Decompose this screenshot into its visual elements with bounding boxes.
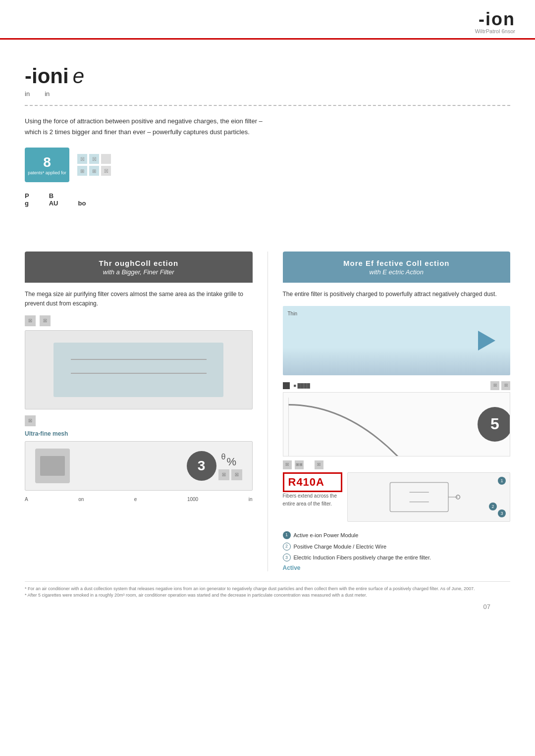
filter-icon-2: ☒ <box>40 315 51 326</box>
circuit-svg <box>348 473 510 521</box>
graph-icon-5: ☒ <box>315 460 323 469</box>
stat-item-1: Pg <box>25 192 29 207</box>
graph-icon-4: ⊞⊞ <box>295 460 304 469</box>
arrow-icon <box>478 331 495 351</box>
right-header-top: More Ef fective Coll ection <box>288 258 506 268</box>
nl-text-2: Positive Charge Module / Electric Wire <box>294 542 387 552</box>
nl-num-2: 2 <box>283 543 291 551</box>
stat-val-2: BAU <box>49 192 58 207</box>
r410a-area: R410A Fibers extend across the entire ar… <box>283 472 511 526</box>
patents-number: 8 <box>43 154 51 170</box>
left-section-desc: The mega size air purifying filter cover… <box>25 290 253 308</box>
left-section-header: Thr oughColl ection with a Bigger, Finer… <box>25 252 253 283</box>
filter-icons-row: ☒ ☒ <box>25 315 253 326</box>
header-title: -ion <box>479 9 515 30</box>
left-column: Thr oughColl ection with a Bigger, Finer… <box>25 252 253 571</box>
graph-icon-3: ☒ <box>283 460 292 469</box>
active-label: Active <box>283 564 301 571</box>
stat-item-2: BAU <box>49 192 58 207</box>
graph-icons-row: ☒ ⊞⊞ ☒ <box>283 460 511 469</box>
left-header-top: Thr oughColl ection <box>30 258 248 268</box>
outdoor-illustration: 3 θ % ☒ ☒ <box>25 441 253 491</box>
numbered-list: 1 Active e-ion Power Module 2 Positive C… <box>283 531 511 562</box>
patent-icon-3 <box>101 154 111 164</box>
stat-val-1: Pg <box>25 192 29 207</box>
percent-icon-2: ☒ <box>231 469 242 480</box>
patent-icon-5: ⊞ <box>89 166 99 176</box>
patents-label: patents* applied for <box>28 170 66 176</box>
brand-sub2: in <box>45 90 50 98</box>
circuit-area: 1 2 3 <box>347 472 511 526</box>
graph-icon-1: ☒ <box>490 381 499 390</box>
patent-icon-1: ☒ <box>77 154 87 164</box>
legend-text: ■ ████ <box>294 383 310 388</box>
stat-value: 1000 <box>187 497 198 502</box>
intro-text: Using the force of attraction between po… <box>25 116 272 138</box>
stat-mid-on: on <box>78 497 84 502</box>
footer-note-2: * After 5 cigarettes were smoked in a ro… <box>25 592 510 599</box>
graph-area: 5 <box>283 392 511 456</box>
right-column: More Ef fective Coll ection with E ectri… <box>283 252 511 571</box>
left-header-bot: with a Bigger, Finer Filter <box>30 268 248 276</box>
filter-icon-1: ☒ <box>25 315 36 326</box>
right-section-header: More Ef fective Coll ection with E ectri… <box>283 252 511 283</box>
thin-label: Thin <box>288 311 297 316</box>
filter-line-1 <box>71 359 207 360</box>
brand-section: -ioni e in in <box>25 54 510 106</box>
stat-left: A <box>25 497 28 502</box>
header-subtitle: WiltrPatrol 6nsor <box>475 28 515 34</box>
ultrafine-label: Ultra-fine mesh <box>25 430 253 437</box>
r410a-left: R410A Fibers extend across the entire ar… <box>283 472 342 508</box>
big-number-badge: 3 <box>187 451 216 481</box>
patent-icon-4: ⊞ <box>77 166 87 176</box>
percent-icon-1: ☒ <box>218 469 229 480</box>
r410a-desc: Fibers extend across the entire area of … <box>283 492 342 508</box>
page-number: 07 <box>25 599 510 610</box>
nl-num-3: 3 <box>283 554 291 561</box>
brand-main-text: -ioni <box>25 64 69 88</box>
nl-item-3: 3 Electric Induction Fibers positively c… <box>283 553 511 562</box>
patent-icon-6: ☒ <box>101 166 111 176</box>
outdoor-unit-image <box>35 449 70 483</box>
patents-box: 8 patents* applied for <box>25 148 69 182</box>
nl-text-1: Active e-ion Power Module <box>294 531 359 540</box>
big-five-badge: 5 <box>478 407 510 442</box>
nl-item-1: 1 Active e-ion Power Module <box>283 531 511 540</box>
brand-italic-text: e <box>73 64 84 88</box>
percent-box: 3 θ % ☒ ☒ <box>187 451 242 481</box>
filter-icons-row-2: ☒ <box>25 415 253 426</box>
column-divider <box>268 252 268 571</box>
nl-num-1: 1 <box>283 531 291 539</box>
right-header-bot: with E ectric Action <box>288 268 506 276</box>
graph-icon-2: ☒ <box>501 381 510 390</box>
legend-dot <box>283 382 290 389</box>
patents-area: 8 patents* applied for ☒ ☒ ⊞ ⊞ ☒ <box>25 148 510 182</box>
charge-diagram: Thin <box>283 306 511 375</box>
filter-inner <box>54 343 223 398</box>
r410a-badge: R410A <box>283 472 342 492</box>
filter-illustration <box>25 330 253 409</box>
brand-sub-row: in in <box>25 90 510 98</box>
nl-item-2: 2 Positive Charge Module / Electric Wire <box>283 542 511 552</box>
percent-sign: % <box>226 455 236 468</box>
circuit-diagram: 1 2 3 <box>347 472 511 522</box>
stat-item-3: bo <box>78 200 86 207</box>
footer-note-1: * For an air conditioner with a dust col… <box>25 586 510 593</box>
stats-row: Pg BAU bo <box>25 192 510 207</box>
main-content: -ioni e in in Using the force of attract… <box>0 40 535 625</box>
stat-mid-e: e <box>134 497 137 502</box>
active-badge: Active <box>283 564 511 571</box>
two-col-section: Thr oughColl ection with a Bigger, Finer… <box>25 252 510 571</box>
nl-text-3: Electric Induction Fibers positively cha… <box>294 553 431 562</box>
stat-right: in <box>249 497 253 502</box>
graph-svg <box>288 398 505 456</box>
right-section-desc: The entire filter is positively charged … <box>283 290 511 299</box>
brand-sub1: in <box>25 90 30 98</box>
page-header: -ion WiltrPatrol 6nsor <box>0 0 535 40</box>
brand-row: -ioni e <box>25 64 510 88</box>
patent-icon-2: ☒ <box>89 154 99 164</box>
stat-val-3: bo <box>78 200 86 207</box>
graph-legend: ■ ████ ☒ ☒ <box>283 381 511 390</box>
footer-notes: * For an air conditioner with a dust col… <box>25 581 510 599</box>
stats-bottom: A on e 1000 in <box>25 495 253 504</box>
